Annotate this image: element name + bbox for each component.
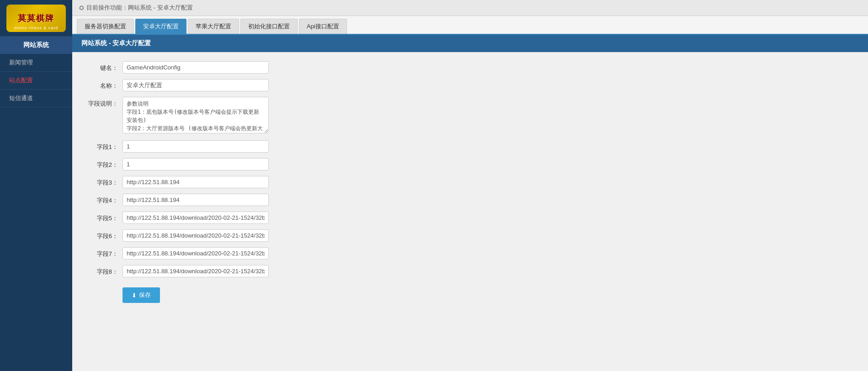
fielddesc-scroll-area: 参数说明 字段1：底包版本号(修改版本号客户端会提示下载更新安装包) 字段2：大…: [122, 97, 269, 135]
field8-input[interactable]: [122, 265, 269, 277]
topbar-icon: ✪: [79, 5, 84, 11]
form-row-field4: 字段4：: [86, 194, 854, 206]
field1-label: 字段1：: [86, 140, 122, 151]
form-row-save: ⬇ 保存: [86, 283, 854, 303]
fielddesc-label: 字段说明：: [86, 97, 122, 108]
sidebar-item-site-config[interactable]: 站点配置: [0, 72, 72, 90]
form-row-field5: 字段5：: [86, 212, 854, 224]
logo-text: 莫莫棋牌: [18, 13, 54, 24]
logo-box: 莫莫棋牌 momo chess & card: [6, 5, 66, 32]
keyname-label: 键名：: [86, 61, 122, 72]
fielddesc-textarea[interactable]: 参数说明 字段1：底包版本号(修改版本号客户端会提示下载更新安装包) 字段2：大…: [122, 97, 269, 133]
sidebar-section-title: 网站系统: [0, 37, 72, 54]
tab-bar: 服务器切换配置 安卓大厅配置 苹果大厅配置 初始化接口配置 Api接口配置: [72, 16, 868, 35]
logo-subtitle: momo chess & card: [14, 26, 59, 30]
tab-apple-hall[interactable]: 苹果大厅配置: [188, 19, 239, 34]
tab-server-switch[interactable]: 服务器切换配置: [77, 19, 134, 34]
tab-api-config[interactable]: Api接口配置: [299, 19, 347, 34]
main-area: ✪ 目前操作功能：网站系统 - 安卓大厅配置 服务器切换配置 安卓大厅配置 苹果…: [72, 0, 868, 371]
save-button[interactable]: ⬇ 保存: [122, 287, 160, 303]
sidebar-item-sms[interactable]: 短信通道: [0, 90, 72, 107]
save-label: 保存: [139, 291, 151, 299]
field4-input[interactable]: [122, 194, 269, 206]
field6-label: 字段6：: [86, 229, 122, 240]
field6-input[interactable]: [122, 229, 269, 242]
form-row-field3: 字段3：: [86, 176, 854, 188]
field8-label: 字段8：: [86, 265, 122, 276]
field5-label: 字段5：: [86, 212, 122, 223]
tab-android-hall[interactable]: 安卓大厅配置: [135, 19, 186, 34]
topbar-text: 目前操作功能：网站系统 - 安卓大厅配置: [86, 4, 193, 12]
form-row-keyname: 键名：: [86, 61, 854, 74]
form-row-field7: 字段7：: [86, 247, 854, 260]
name-input[interactable]: [122, 79, 269, 91]
field3-input[interactable]: [122, 176, 269, 188]
sidebar: 莫莫棋牌 momo chess & card 网站系统 新闻管理 站点配置 短信…: [0, 0, 72, 371]
form-row-name: 名称：: [86, 79, 854, 91]
field2-label: 字段2：: [86, 158, 122, 169]
form-area: 键名： 名称： 字段说明： 参数说明 字段1：底包版本号(修改版本号客户端会提示…: [72, 52, 868, 318]
name-label: 名称：: [86, 79, 122, 90]
form-row-field2: 字段2：: [86, 158, 854, 170]
form-row-field1: 字段1：: [86, 140, 854, 153]
field2-input[interactable]: [122, 158, 269, 170]
field7-label: 字段7：: [86, 247, 122, 258]
sidebar-item-news[interactable]: 新闻管理: [0, 54, 72, 72]
field4-label: 字段4：: [86, 194, 122, 205]
field3-label: 字段3：: [86, 176, 122, 187]
field1-input[interactable]: [122, 140, 269, 153]
top-bar: ✪ 目前操作功能：网站系统 - 安卓大厅配置: [72, 0, 868, 16]
form-row-fielddesc: 字段说明： 参数说明 字段1：底包版本号(修改版本号客户端会提示下载更新安装包)…: [86, 97, 854, 135]
save-icon: ⬇: [132, 292, 137, 299]
content-area: 网站系统 - 安卓大厅配置 键名： 名称： 字段说明： 参数说明 字段1：底包版…: [72, 35, 868, 371]
form-row-field8: 字段8：: [86, 265, 854, 277]
logo-area: 莫莫棋牌 momo chess & card: [0, 0, 72, 37]
page-header: 网站系统 - 安卓大厅配置: [72, 35, 868, 52]
field5-input[interactable]: [122, 212, 269, 224]
form-row-field6: 字段6：: [86, 229, 854, 242]
field7-input[interactable]: [122, 247, 269, 260]
keyname-input[interactable]: [122, 61, 269, 74]
tab-init-api[interactable]: 初始化接口配置: [240, 19, 298, 34]
